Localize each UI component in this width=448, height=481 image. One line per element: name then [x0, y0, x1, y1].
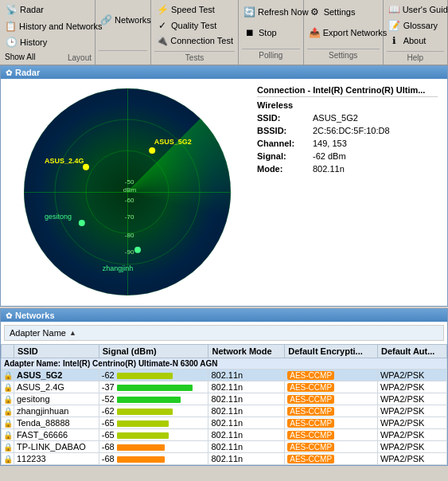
tests-group-label: Tests	[154, 51, 235, 62]
row-mode: 802.11n	[208, 393, 285, 405]
toolbar-item-networks[interactable]: 🔗 Networks	[99, 13, 147, 27]
conn-label: Channel:	[257, 139, 313, 148]
enc-badge: AES-CCMP	[287, 407, 334, 416]
row-auth: WPA2/PSK	[377, 441, 446, 453]
row-mode: 802.11n	[208, 453, 285, 465]
row-enc: AES-CCMP	[285, 453, 378, 465]
table-row[interactable]: 🔒 Tenda_88888 -65 802.11n AES-CCMP WPA2/…	[2, 417, 447, 429]
history-icon: 🕒	[5, 36, 18, 49]
row-ssid[interactable]: FAST_66666	[14, 429, 99, 441]
table-row[interactable]: 🔒 zhangjinhuan -62 802.11n AES-CCMP WPA2…	[2, 405, 447, 417]
conn-value: 802.11n	[313, 164, 345, 174]
toolbar-item-export[interactable]: 📤 Export Networks	[307, 25, 380, 40]
row-signal: -65	[99, 417, 208, 429]
layout-group-label: Layout	[68, 52, 92, 62]
toolbar-group-layout: 📡 Radar 📋 History and Networks 🕒 History…	[0, 0, 95, 65]
svg-point-15	[134, 246, 141, 252]
row-mode: 802.11n	[208, 441, 285, 453]
row-ssid[interactable]: zhangjinhuan	[14, 405, 99, 417]
signal-value: -65	[102, 418, 115, 428]
toolbar-group-settings: ⚙ Settings 📤 Export Networks Settings	[304, 0, 384, 65]
networks-section-title: Networks	[15, 311, 55, 320]
signal-value: -68	[102, 454, 115, 463]
conn-row: Signal:-62 dBm	[257, 151, 438, 161]
toolbar-item-history-networks[interactable]: 📋 History and Networks	[3, 19, 92, 33]
connection-fields: SSID:ASUS_5G2BSSID:2C:56:DC:5F:10:D8Chan…	[257, 113, 438, 174]
toolbar-group-polling: 🔄 Refresh Now ⏹ Stop Polling	[239, 0, 304, 65]
row-signal: -65	[99, 429, 208, 441]
conn-label: SSID:	[257, 113, 313, 123]
enc-badge: AES-CCMP	[287, 455, 334, 463]
lock-icon: 🔒	[3, 383, 13, 392]
conn-row: Mode:802.11n	[257, 164, 438, 174]
lock-icon: 🔒	[3, 419, 13, 428]
conn-row: SSID:ASUS_5G2	[257, 113, 438, 123]
table-row[interactable]: 🔒 ASUS_2.4G -37 802.11n AES-CCMP WPA2/PS…	[2, 381, 447, 393]
table-row[interactable]: 🔒 TP-LINK_DABAO -68 802.11n AES-CCMP WPA…	[2, 441, 447, 453]
table-row[interactable]: 🔒 112233 -68 802.11n AES-CCMP WPA2/PSK	[2, 453, 447, 465]
signal-value: -62	[102, 370, 115, 380]
toolbar-item-show-all[interactable]: Show All	[3, 52, 37, 62]
row-ssid[interactable]: ASUS_2.4G	[14, 381, 99, 393]
col-auth[interactable]: Default Aut...	[377, 345, 446, 358]
toolbar-item-quality-test[interactable]: ✓ Quality Test	[154, 18, 235, 33]
networks-group-label	[99, 50, 147, 53]
row-ssid[interactable]: gesitong	[14, 393, 99, 405]
enc-badge: AES-CCMP	[287, 443, 334, 452]
quality-test-icon: ✓	[156, 19, 169, 32]
col-signal[interactable]: Signal (dBm)	[99, 345, 208, 358]
networks-collapse-icon[interactable]: ✿	[6, 311, 12, 320]
row-enc: AES-CCMP	[285, 370, 378, 381]
enc-badge: AES-CCMP	[287, 383, 334, 392]
toolbar-item-history[interactable]: 🕒 History	[3, 35, 92, 49]
col-enc[interactable]: Default Encrypti...	[285, 345, 378, 358]
toolbar-item-radar[interactable]: 📡 Radar	[3, 2, 92, 17]
row-ssid[interactable]: 112233	[14, 453, 99, 465]
sort-arrow: ▲	[69, 329, 76, 337]
table-header: SSID Signal (dBm) Network Mode Default E…	[2, 345, 447, 358]
enc-badge: AES-CCMP	[287, 419, 334, 428]
radar-background: -50 -60 -70 -80 -90 dBm ASUS_5G2 ASUS_2.…	[24, 88, 231, 295]
radar-canvas: -50 -60 -70 -80 -90 dBm ASUS_5G2 ASUS_2.…	[4, 82, 251, 301]
toolbar-item-about[interactable]: ℹ About	[387, 33, 444, 48]
networks-table-wrapper[interactable]: SSID Signal (dBm) Network Mode Default E…	[1, 344, 447, 465]
row-enc: AES-CCMP	[285, 441, 378, 453]
toolbar-item-settings[interactable]: ⚙ Settings	[307, 5, 380, 19]
toolbar-item-users-guide[interactable]: 📖 User's Guide	[387, 2, 444, 17]
settings-group-label: Settings	[307, 49, 380, 60]
toolbar-item-connection-test[interactable]: 🔌 Connection Test	[154, 33, 235, 48]
radar-collapse-icon[interactable]: ✿	[6, 68, 12, 77]
svg-text:ASUS_2.4G: ASUS_2.4G	[45, 156, 84, 164]
svg-point-13	[79, 220, 85, 226]
table-row[interactable]: 🔒 FAST_66666 -65 802.11n AES-CCMP WPA2/P…	[2, 429, 447, 441]
row-auth: WPA2/PSK	[377, 405, 446, 417]
conn-value: -62 dBm	[313, 151, 346, 161]
refresh-icon: 🔄	[243, 6, 255, 18]
row-lock-cell: 🔒	[2, 405, 14, 417]
row-mode: 802.11n	[208, 381, 285, 393]
toolbar-item-refresh[interactable]: 🔄 Refresh Now	[242, 5, 300, 19]
col-icon[interactable]	[2, 345, 14, 358]
connection-panel: Connection - Intel(R) Centrino(R) Ultim.…	[251, 82, 444, 303]
toolbar-item-stop[interactable]: ⏹ Stop	[242, 25, 300, 40]
row-ssid[interactable]: ASUS_5G2	[14, 370, 99, 381]
networks-tbody: Adapter Name: Intel(R) Centrino(R) Ultim…	[2, 358, 447, 465]
row-ssid[interactable]: TP-LINK_DABAO	[14, 441, 99, 453]
col-mode[interactable]: Network Mode	[208, 345, 285, 358]
table-row[interactable]: 🔒 gesitong -52 802.11n AES-CCMP WPA2/PSK	[2, 393, 447, 405]
adapter-sort-bar[interactable]: Adapter Name ▲	[4, 325, 444, 341]
row-mode: 802.11n	[208, 417, 285, 429]
table-row[interactable]: 🔒 ASUS_5G2 -62 802.11n AES-CCMP WPA2/PSK	[2, 370, 447, 381]
guide-icon: 📖	[388, 3, 400, 16]
radar-section-header[interactable]: ✿ Radar	[1, 66, 447, 79]
lock-icon: 🔒	[3, 371, 13, 380]
toolbar-item-speed-test[interactable]: ⚡ Speed Test	[154, 2, 235, 17]
toolbar-item-glossary[interactable]: 📝 Glossary	[387, 18, 444, 33]
col-ssid[interactable]: SSID	[14, 345, 99, 358]
export-icon: 📤	[309, 26, 321, 39]
row-ssid[interactable]: Tenda_88888	[14, 417, 99, 429]
adapter-row: Adapter Name: Intel(R) Centrino(R) Ultim…	[2, 358, 447, 370]
svg-text:dBm: dBm	[123, 186, 137, 194]
networks-section-header[interactable]: ✿ Networks	[1, 309, 447, 322]
row-enc: AES-CCMP	[285, 429, 378, 441]
